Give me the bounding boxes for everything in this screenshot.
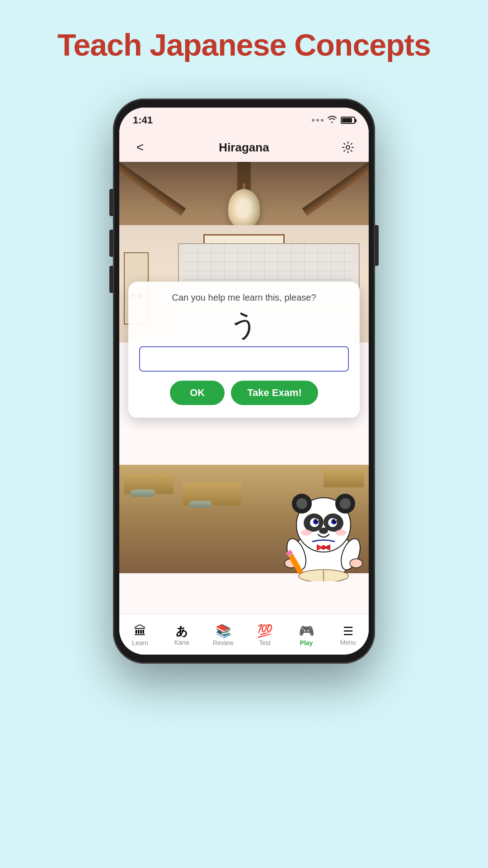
svg-point-46 [350, 559, 362, 568]
review-label: Review [213, 639, 234, 646]
learn-icon: 🏛 [134, 625, 146, 637]
signal-dot-1 [312, 119, 314, 122]
svg-point-39 [335, 519, 337, 521]
signal-dot-2 [316, 119, 319, 122]
tab-menu[interactable]: ☰ Menu [327, 623, 369, 646]
test-icon: 💯 [257, 625, 273, 637]
phone-screen: 1:41 [119, 108, 369, 655]
dialog-buttons: OK Take Exam! [139, 381, 349, 405]
lantern [228, 189, 260, 227]
status-time: 1:41 [133, 114, 153, 126]
beam-left [119, 162, 186, 216]
nav-bar: < Hiragana [119, 133, 369, 162]
tab-kana[interactable]: あ Kana [161, 623, 202, 646]
kana-icon: あ [176, 625, 188, 637]
review-icon: 📚 [216, 625, 231, 637]
nav-settings-button[interactable] [338, 137, 358, 157]
test-label: Test [259, 639, 271, 646]
cushion-1 [131, 490, 155, 497]
kana-label: Kana [174, 639, 189, 646]
menu-icon: ☰ [343, 625, 353, 637]
svg-point-28 [296, 498, 307, 509]
take-exam-button[interactable]: Take Exam! [231, 381, 318, 405]
dialog-question: Can you help me learn this, please? [139, 292, 349, 303]
dialog-box: Can you help me learn this, please? う OK… [128, 282, 360, 418]
panda-mascot [278, 477, 369, 581]
battery-fill [342, 118, 352, 123]
learn-label: Learn [132, 639, 148, 646]
cushion-2 [189, 501, 212, 508]
tab-learn[interactable]: 🏛 Learn [119, 623, 161, 646]
status-bar: 1:41 [119, 108, 369, 133]
svg-point-40 [319, 528, 328, 534]
answer-input[interactable] [139, 346, 349, 372]
signal-dot-3 [321, 119, 324, 122]
svg-point-57 [321, 545, 326, 550]
tab-bar: 🏛 Learn あ Kana 📚 Review 💯 Test 🎮 Play ☰ [119, 614, 369, 655]
play-icon: 🎮 [299, 625, 314, 637]
svg-point-0 [346, 146, 350, 149]
tab-review[interactable]: 📚 Review [202, 623, 244, 646]
page-title: Teach Japanese Concepts [57, 27, 431, 62]
battery-icon [341, 117, 355, 124]
svg-point-38 [317, 519, 319, 521]
dialog-character: う [139, 310, 349, 339]
tab-play[interactable]: 🎮 Play [286, 623, 327, 646]
svg-point-41 [301, 529, 312, 536]
phone-frame: 1:41 [113, 99, 375, 664]
main-content: 美術書 大都会書記 [119, 162, 369, 614]
nav-title: Hiragana [219, 141, 269, 155]
signal-dots [312, 119, 324, 122]
status-icons [312, 116, 355, 125]
wifi-icon [327, 116, 337, 125]
menu-label: Menu [340, 639, 356, 646]
tab-test[interactable]: 💯 Test [244, 623, 286, 646]
play-label: Play [300, 639, 313, 646]
svg-point-29 [340, 498, 351, 509]
beam-right [302, 162, 369, 216]
svg-point-42 [335, 529, 346, 536]
nav-back-button[interactable]: < [130, 137, 150, 157]
ok-button[interactable]: OK [170, 381, 225, 405]
